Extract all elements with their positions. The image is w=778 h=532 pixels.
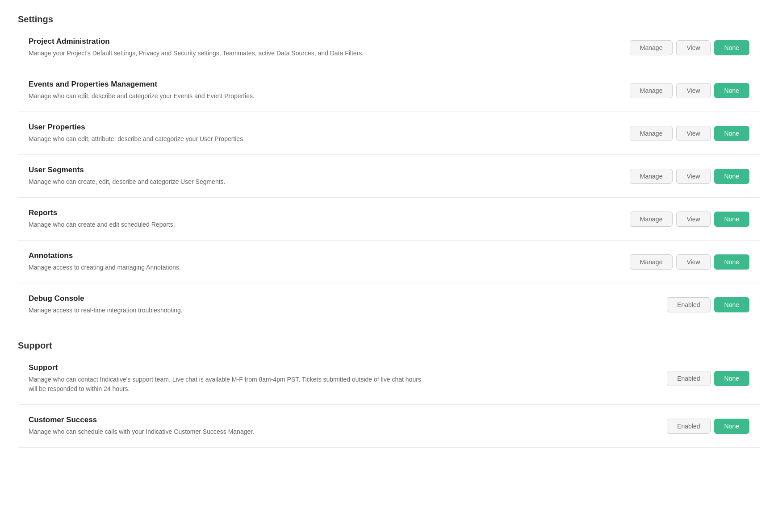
setting-controls-reports: ManageViewNone (630, 212, 749, 227)
btn-none-support[interactable]: None (714, 371, 749, 386)
btn-none-user-segments[interactable]: None (714, 169, 749, 184)
setting-title-debug-console: Debug Console (29, 294, 431, 303)
setting-title-events-properties: Events and Properties Management (29, 80, 431, 89)
setting-desc-annotations: Manage access to creating and managing A… (29, 263, 431, 272)
section-title-support: Support (18, 341, 760, 351)
setting-controls-customer-success: EnabledNone (667, 419, 749, 434)
section-support: SupportSupportManage who can contact Ind… (18, 341, 760, 448)
setting-info-user-properties: User PropertiesManage who can edit, attr… (29, 123, 431, 144)
btn-view-events-properties[interactable]: View (676, 83, 710, 98)
setting-controls-user-properties: ManageViewNone (630, 126, 749, 141)
btn-view-user-segments[interactable]: View (676, 169, 710, 184)
setting-row-project-administration: Project AdministrationManage your Projec… (18, 26, 760, 69)
btn-manage-user-properties[interactable]: Manage (630, 126, 673, 141)
setting-title-reports: Reports (29, 208, 431, 217)
setting-controls-user-segments: ManageViewNone (630, 169, 749, 184)
setting-desc-customer-success: Manage who can schedule calls with your … (29, 427, 431, 436)
setting-controls-debug-console: EnabledNone (667, 297, 749, 312)
setting-info-support: SupportManage who can contact Indicative… (29, 363, 431, 394)
btn-view-project-administration[interactable]: View (676, 40, 710, 55)
btn-none-reports[interactable]: None (714, 212, 749, 227)
btn-manage-annotations[interactable]: Manage (630, 254, 673, 270)
setting-row-annotations: AnnotationsManage access to creating and… (18, 241, 760, 283)
btn-enabled-customer-success[interactable]: Enabled (667, 419, 710, 434)
btn-enabled-debug-console[interactable]: Enabled (667, 297, 710, 312)
setting-controls-project-administration: ManageViewNone (630, 40, 749, 55)
section-title-settings: Settings (18, 14, 760, 25)
setting-info-events-properties: Events and Properties ManagementManage w… (29, 80, 431, 101)
btn-none-project-administration[interactable]: None (714, 40, 749, 55)
setting-desc-reports: Manage who can create and edit scheduled… (29, 220, 431, 229)
btn-manage-project-administration[interactable]: Manage (630, 40, 673, 55)
btn-none-user-properties[interactable]: None (714, 126, 749, 141)
setting-title-user-segments: User Segments (29, 166, 431, 175)
setting-controls-events-properties: ManageViewNone (630, 83, 749, 98)
setting-row-debug-console: Debug ConsoleManage access to real-time … (18, 283, 760, 326)
btn-view-reports[interactable]: View (676, 212, 710, 227)
setting-desc-support: Manage who can contact Indicative's supp… (29, 375, 431, 394)
setting-row-user-segments: User SegmentsManage who can create, edit… (18, 155, 760, 198)
setting-title-user-properties: User Properties (29, 123, 431, 132)
section-settings: SettingsProject AdministrationManage you… (18, 14, 760, 326)
btn-manage-user-segments[interactable]: Manage (630, 169, 673, 184)
setting-row-support: SupportManage who can contact Indicative… (18, 353, 760, 405)
btn-view-annotations[interactable]: View (676, 254, 710, 270)
setting-title-annotations: Annotations (29, 251, 431, 260)
btn-manage-reports[interactable]: Manage (630, 212, 673, 227)
setting-title-support: Support (29, 363, 431, 372)
setting-row-events-properties: Events and Properties ManagementManage w… (18, 69, 760, 112)
btn-view-user-properties[interactable]: View (676, 126, 710, 141)
setting-controls-support: EnabledNone (667, 371, 749, 386)
setting-info-annotations: AnnotationsManage access to creating and… (29, 251, 431, 272)
btn-enabled-support[interactable]: Enabled (667, 371, 710, 386)
setting-desc-project-administration: Manage your Project's Default settings, … (29, 49, 431, 58)
setting-info-customer-success: Customer SuccessManage who can schedule … (29, 416, 431, 436)
setting-row-customer-success: Customer SuccessManage who can schedule … (18, 405, 760, 448)
setting-info-reports: ReportsManage who can create and edit sc… (29, 208, 431, 229)
app-container: SettingsProject AdministrationManage you… (18, 14, 760, 448)
setting-desc-events-properties: Manage who can edit, describe and catego… (29, 91, 431, 101)
setting-desc-user-segments: Manage who can create, edit, describe an… (29, 177, 431, 187)
setting-row-user-properties: User PropertiesManage who can edit, attr… (18, 112, 760, 155)
btn-none-debug-console[interactable]: None (714, 297, 749, 312)
setting-info-debug-console: Debug ConsoleManage access to real-time … (29, 294, 431, 315)
setting-title-customer-success: Customer Success (29, 416, 431, 424)
setting-controls-annotations: ManageViewNone (630, 254, 749, 270)
setting-desc-debug-console: Manage access to real-time integration t… (29, 306, 431, 315)
setting-info-user-segments: User SegmentsManage who can create, edit… (29, 166, 431, 187)
setting-info-project-administration: Project AdministrationManage your Projec… (29, 37, 431, 58)
btn-none-customer-success[interactable]: None (714, 419, 749, 434)
btn-none-annotations[interactable]: None (714, 254, 749, 270)
setting-title-project-administration: Project Administration (29, 37, 431, 46)
setting-row-reports: ReportsManage who can create and edit sc… (18, 198, 760, 241)
btn-manage-events-properties[interactable]: Manage (630, 83, 673, 98)
btn-none-events-properties[interactable]: None (714, 83, 749, 98)
setting-desc-user-properties: Manage who can edit, attribute, describe… (29, 134, 431, 144)
